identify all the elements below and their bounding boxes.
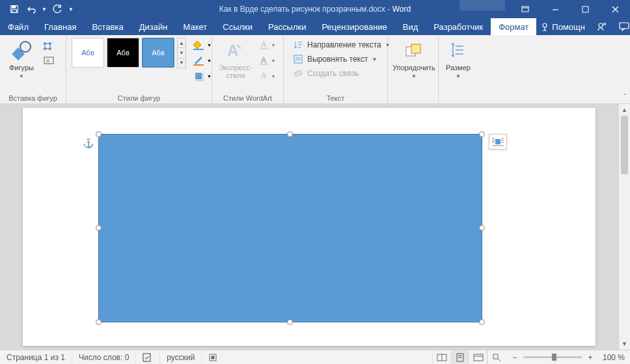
view-web-layout[interactable] [469, 350, 487, 364]
tab-home[interactable]: Главная [36, 18, 84, 35]
tab-developer[interactable]: Разработчик [426, 18, 491, 35]
selected-rectangle-shape[interactable] [98, 134, 482, 322]
zoom-in-button[interactable]: + [586, 353, 595, 362]
status-macro[interactable] [202, 350, 224, 364]
align-text-button[interactable]: Выровнять текст▼ [289, 52, 381, 66]
text-box-button[interactable]: A [42, 53, 56, 68]
status-spellcheck[interactable] [136, 350, 160, 364]
svg-rect-2 [12, 10, 17, 12]
resize-handle-ml[interactable] [96, 225, 102, 231]
qat-customize[interactable]: ▼ [66, 2, 75, 16]
zoom-level[interactable]: 100 % [599, 353, 625, 362]
svg-rect-12 [620, 23, 629, 29]
share-button[interactable] [593, 21, 611, 32]
tab-mailings[interactable]: Рассылки [260, 18, 314, 35]
status-page[interactable]: Страница 1 из 1 [0, 350, 72, 364]
document-name: Как в Врде сделать рисунок прозрачным.do… [219, 5, 385, 14]
text-effects-button[interactable]: A▼ [258, 69, 277, 83]
zoom-out-button[interactable]: − [510, 353, 519, 362]
gallery-scroll-down[interactable]: ▼ [177, 47, 186, 58]
zoom-slider[interactable] [523, 356, 582, 358]
text-outline-button[interactable]: A▼ [258, 53, 277, 68]
tab-insert[interactable]: Вставка [84, 18, 131, 35]
undo-button[interactable] [23, 2, 39, 16]
view-print-layout[interactable] [450, 350, 469, 364]
size-button[interactable]: Размер▼ [444, 38, 472, 80]
anchor-icon: ⚓ [83, 138, 94, 148]
text-direction-button[interactable]: Направление текста▼ [289, 38, 394, 52]
resize-handle-bl[interactable] [96, 319, 102, 325]
shape-outline-button[interactable]: ▼ [193, 53, 212, 68]
tab-format[interactable]: Формат [491, 18, 536, 35]
tab-review[interactable]: Рецензирование [314, 18, 394, 35]
style-preset-1[interactable]: Абв [72, 38, 104, 68]
ribbon-tabs: Файл Главная Вставка Дизайн Макет Ссылки… [0, 18, 630, 35]
tell-me-button[interactable]: Помощн [536, 22, 589, 32]
page-viewport[interactable]: ⚓ [0, 104, 618, 350]
group-label-wordart: Стили WordArt [217, 93, 278, 102]
page[interactable]: ⚓ [23, 108, 596, 346]
resize-handle-mr[interactable] [479, 225, 485, 231]
svg-rect-3 [522, 6, 528, 12]
status-word-count[interactable]: Число слов: 0 [72, 350, 136, 364]
save-button[interactable] [7, 2, 22, 16]
layout-options-button[interactable] [489, 134, 507, 150]
tab-references[interactable]: Ссылки [215, 18, 260, 35]
title-bar: ▼ ▼ Как в Врде сделать рисунок прозрачны… [0, 0, 630, 18]
shape-effects-button[interactable]: ▼ [193, 69, 212, 83]
app-name: Word [392, 5, 411, 14]
ribbon-display-options[interactable] [510, 0, 540, 18]
window-title: Как в Врде сделать рисунок прозрачным.do… [219, 5, 411, 14]
resize-handle-br[interactable] [479, 319, 485, 325]
arrange-button[interactable]: Упорядочить▼ [393, 38, 435, 80]
size-icon [448, 40, 469, 61]
scroll-down-button[interactable]: ▼ [619, 338, 630, 350]
resize-handle-tl[interactable] [96, 131, 102, 137]
zoom-slider-thumb[interactable] [552, 354, 556, 361]
svg-point-14 [20, 42, 31, 52]
tab-layout[interactable]: Макет [175, 18, 215, 35]
gallery-more[interactable]: ▼ [177, 58, 186, 68]
shape-fill-button[interactable]: ▼ [193, 38, 212, 52]
group-insert-shapes: Фигуры ▼ A Вставка фигур [0, 35, 66, 103]
status-bar: Страница 1 из 1 Число слов: 0 русский − … [0, 350, 630, 364]
scroll-thumb[interactable] [621, 116, 628, 174]
resize-handle-bm[interactable] [287, 319, 293, 325]
resize-handle-tr[interactable] [479, 131, 485, 137]
svg-rect-13 [12, 47, 25, 60]
svg-rect-6 [582, 6, 588, 12]
edit-shape-button[interactable] [42, 38, 56, 52]
comments-button[interactable] [615, 22, 630, 31]
svg-point-19 [49, 48, 51, 50]
zoom-control: − + 100 % [505, 353, 630, 362]
view-read-mode[interactable] [432, 350, 450, 364]
tab-design[interactable]: Дизайн [131, 18, 176, 35]
close-button[interactable] [600, 0, 630, 18]
account-name[interactable] [459, 0, 505, 10]
tab-file[interactable]: Файл [0, 18, 36, 35]
gallery-scroll-up[interactable]: ▲ [177, 38, 186, 48]
quick-styles-button[interactable]: A Экспресс-стили [217, 38, 254, 79]
vertical-scrollbar[interactable]: ▲ ▼ [618, 104, 630, 350]
undo-dropdown[interactable]: ▼ [40, 2, 48, 16]
text-direction-icon [293, 40, 303, 50]
minimize-button[interactable] [540, 0, 570, 18]
svg-point-17 [49, 43, 51, 45]
resize-handle-tm[interactable] [287, 131, 293, 137]
text-fill-button[interactable]: A▼ [258, 38, 277, 52]
svg-text:A: A [261, 72, 266, 81]
svg-point-9 [543, 23, 547, 27]
scroll-up-button[interactable]: ▲ [619, 104, 630, 116]
tab-view[interactable]: Вид [395, 18, 426, 35]
shapes-button[interactable]: Фигуры ▼ [5, 38, 38, 80]
svg-rect-1 [12, 6, 16, 8]
status-language[interactable]: русский [160, 350, 202, 364]
zoom-to-selection[interactable] [487, 350, 505, 364]
group-shape-styles: Абв Абв Абв ▲ ▼ ▼ ▼ ▼ ▼ Стили фигур [66, 35, 212, 103]
style-preset-2[interactable]: Абв [107, 38, 139, 68]
shape-style-gallery[interactable]: Абв Абв Абв ▲ ▼ ▼ [72, 38, 186, 68]
maximize-button[interactable] [570, 0, 600, 18]
style-preset-3-selected[interactable]: Абв [142, 38, 174, 68]
collapse-ribbon-button[interactable]: ˆ [623, 93, 626, 101]
redo-button[interactable] [49, 2, 65, 16]
